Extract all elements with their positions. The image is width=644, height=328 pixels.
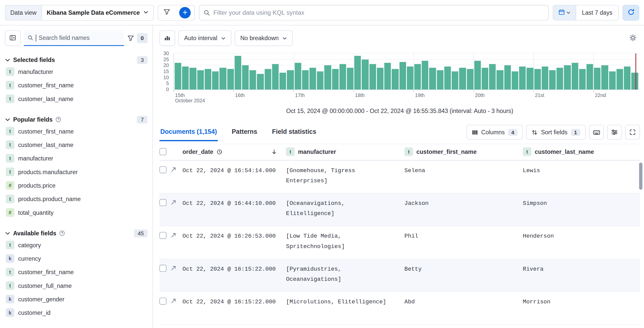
histogram-bar[interactable] bbox=[422, 61, 428, 90]
interval-select[interactable]: Auto interval bbox=[178, 30, 231, 46]
collapse-sidebar-button[interactable] bbox=[5, 30, 20, 46]
histogram-bar[interactable] bbox=[235, 56, 241, 90]
histogram-bar[interactable] bbox=[310, 68, 316, 89]
histogram-bar[interactable] bbox=[459, 68, 466, 89]
keyboard-shortcuts-button[interactable] bbox=[589, 125, 604, 140]
sort-descending-icon[interactable] bbox=[271, 149, 277, 155]
histogram-bar[interactable] bbox=[482, 68, 488, 89]
breakdown-select[interactable]: No breakdown bbox=[235, 30, 293, 46]
help-icon[interactable] bbox=[55, 117, 61, 122]
histogram-bar[interactable] bbox=[377, 68, 384, 89]
histogram-bar[interactable] bbox=[617, 69, 623, 90]
histogram-bar[interactable] bbox=[437, 70, 443, 90]
add-filter-button[interactable]: + bbox=[176, 5, 194, 20]
histogram-bar[interactable] bbox=[587, 64, 593, 90]
column-header-customer_first_name[interactable]: tcustomer_first_name bbox=[404, 144, 523, 160]
histogram-bar[interactable] bbox=[272, 64, 279, 90]
row-checkbox[interactable] bbox=[159, 232, 166, 239]
histogram-bar[interactable] bbox=[265, 69, 271, 90]
field-item-customer_first_name[interactable]: tcustomer_first_name bbox=[5, 124, 147, 138]
histogram-bar[interactable] bbox=[609, 71, 616, 89]
histogram-bar[interactable] bbox=[317, 71, 324, 89]
histogram-bar[interactable] bbox=[302, 70, 309, 90]
histogram-bar[interactable] bbox=[624, 67, 631, 89]
histogram-bar[interactable] bbox=[295, 63, 301, 89]
histogram-bar[interactable] bbox=[250, 70, 256, 90]
histogram-bar[interactable] bbox=[474, 61, 481, 90]
histogram-bar[interactable] bbox=[564, 65, 571, 90]
data-view-select[interactable]: Kibana Sample Data eCommerce bbox=[41, 5, 154, 20]
column-header-order_date[interactable]: order_date bbox=[182, 144, 286, 160]
section-header-available-fields[interactable]: Available fields45 bbox=[5, 228, 147, 238]
histogram-bar[interactable] bbox=[332, 69, 339, 90]
histogram-bar[interactable] bbox=[197, 70, 204, 90]
expand-document-icon[interactable] bbox=[171, 265, 176, 271]
field-item-category[interactable]: tcategory bbox=[5, 238, 147, 252]
tab-patterns[interactable]: Patterns bbox=[231, 126, 258, 141]
histogram-bar[interactable] bbox=[527, 68, 533, 89]
field-item-manufacturer[interactable]: tmanufacturer bbox=[5, 65, 147, 78]
display-options-button[interactable] bbox=[607, 125, 622, 140]
field-item-customer_last_name[interactable]: tcustomer_last_name bbox=[5, 138, 147, 151]
histogram-bar[interactable] bbox=[175, 63, 181, 89]
histogram-bar[interactable] bbox=[384, 63, 391, 89]
histogram-bar[interactable] bbox=[369, 64, 376, 90]
histogram-bar[interactable] bbox=[542, 67, 548, 89]
column-header-customer_last_name[interactable]: tcustomer_last_name bbox=[523, 144, 640, 160]
time-range-button[interactable]: Last 7 days bbox=[576, 5, 618, 20]
field-search-input[interactable] bbox=[39, 35, 120, 41]
histogram-bar[interactable] bbox=[579, 69, 586, 90]
vertical-scrollbar[interactable] bbox=[639, 162, 642, 190]
histogram-bar[interactable] bbox=[414, 64, 421, 90]
histogram-bar[interactable] bbox=[407, 67, 413, 89]
expand-document-icon[interactable] bbox=[171, 167, 176, 173]
field-item-total_quantity[interactable]: #total_quantity bbox=[5, 206, 147, 219]
histogram-bar[interactable] bbox=[325, 65, 331, 90]
section-header-selected-fields[interactable]: Selected fields3 bbox=[5, 55, 147, 65]
histogram-bar[interactable] bbox=[354, 56, 361, 90]
histogram-bar[interactable] bbox=[340, 64, 346, 90]
histogram-bar[interactable] bbox=[227, 69, 234, 90]
row-checkbox[interactable] bbox=[159, 199, 166, 206]
tab-field-statistics[interactable]: Field statistics bbox=[271, 126, 317, 141]
field-item-currency[interactable]: kcurrency bbox=[5, 252, 147, 265]
select-all-checkbox[interactable] bbox=[159, 148, 166, 155]
column-header-manufacturer[interactable]: tmanufacturer bbox=[286, 144, 405, 160]
sort-fields-button[interactable]: Sort fields 1 bbox=[526, 125, 586, 140]
field-item-customer_first_name[interactable]: tcustomer_first_name bbox=[5, 265, 147, 279]
histogram-bar[interactable] bbox=[549, 70, 556, 90]
section-header-popular-fields[interactable]: Popular fields7 bbox=[5, 114, 147, 124]
field-item-manufacturer[interactable]: tmanufacturer bbox=[5, 152, 147, 165]
histogram-bar[interactable] bbox=[557, 68, 563, 89]
histogram-bar[interactable] bbox=[212, 71, 219, 89]
columns-button[interactable]: Columns 4 bbox=[466, 125, 523, 140]
field-item-customer_full_name[interactable]: tcustomer_full_name bbox=[5, 279, 147, 292]
histogram-bar[interactable] bbox=[220, 68, 226, 89]
expand-document-icon[interactable] bbox=[171, 298, 176, 304]
refresh-query-button[interactable] bbox=[623, 5, 639, 20]
fullscreen-button[interactable] bbox=[625, 125, 640, 140]
field-item-customer_id[interactable]: kcustomer_id bbox=[5, 306, 147, 319]
filter-funnel-icon[interactable] bbox=[127, 35, 134, 41]
histogram-bar[interactable] bbox=[182, 67, 189, 89]
expand-document-icon[interactable] bbox=[171, 200, 176, 205]
histogram-bar[interactable] bbox=[287, 70, 294, 90]
histogram-bar[interactable] bbox=[489, 64, 496, 90]
kql-search-input[interactable] bbox=[213, 9, 544, 16]
field-item-customer_first_name[interactable]: tcustomer_first_name bbox=[5, 78, 147, 92]
histogram-bar[interactable] bbox=[242, 65, 249, 90]
row-checkbox[interactable] bbox=[159, 166, 166, 173]
histogram-bar[interactable] bbox=[534, 69, 541, 90]
histogram-bar[interactable] bbox=[347, 68, 354, 89]
field-item-customer_last_name[interactable]: tcustomer_last_name bbox=[5, 92, 147, 105]
histogram-bar[interactable] bbox=[452, 71, 458, 89]
histogram-bar[interactable] bbox=[205, 69, 211, 90]
saved-filters-button[interactable] bbox=[158, 5, 176, 20]
edit-visualization-button[interactable] bbox=[159, 30, 175, 46]
field-item-customer_gender[interactable]: kcustomer_gender bbox=[5, 292, 147, 306]
field-item-products.product_name[interactable]: tproducts.product_name bbox=[5, 192, 147, 206]
tab-documents-1-154[interactable]: Documents (1,154) bbox=[159, 126, 218, 141]
histogram-bar[interactable] bbox=[512, 71, 518, 89]
histogram-bar[interactable] bbox=[519, 67, 526, 89]
histogram-bar[interactable] bbox=[467, 69, 473, 90]
